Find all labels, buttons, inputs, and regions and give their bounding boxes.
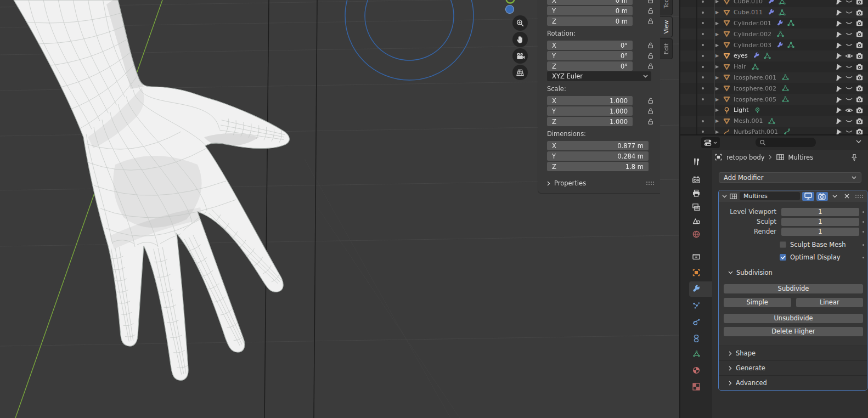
rotation-x-field[interactable]: X0°	[547, 41, 633, 50]
outliner-row[interactable]: ▶eyes	[680, 50, 868, 61]
object-name[interactable]: Light	[734, 106, 748, 114]
properties-tab-tool[interactable]	[680, 155, 712, 169]
object-name[interactable]: Icosphere.001	[734, 74, 776, 81]
eye-closed-icon[interactable]	[844, 9, 854, 16]
selectable-toggle-icon[interactable]	[833, 63, 844, 71]
padlock-open-icon[interactable]	[647, 118, 654, 125]
render-visibility-camera-icon[interactable]	[854, 41, 865, 49]
grid-view-button[interactable]	[512, 65, 528, 80]
padlock-open-icon[interactable]	[647, 97, 654, 104]
drag-grip-icon[interactable]	[646, 181, 655, 185]
padlock-open-icon[interactable]	[647, 63, 654, 70]
expand-arrow-icon[interactable]: ▶	[715, 43, 723, 48]
view-camera-button[interactable]	[512, 48, 528, 64]
render-visibility-camera-icon[interactable]	[854, 9, 865, 16]
padlock-open-icon[interactable]	[647, 0, 654, 4]
selectable-toggle-icon[interactable]	[833, 41, 844, 49]
dimensions-y-field[interactable]: Y0.284 m	[547, 151, 649, 161]
outliner-row[interactable]: ▶Cylinder.003	[680, 39, 868, 50]
padlock-open-icon[interactable]	[647, 42, 654, 49]
render-visibility-camera-icon[interactable]	[854, 0, 865, 5]
expand-arrow-icon[interactable]: ▶	[715, 10, 723, 15]
expand-arrow-icon[interactable]: ▶	[715, 118, 723, 123]
search-input[interactable]	[756, 138, 816, 147]
selectable-toggle-icon[interactable]	[833, 52, 844, 60]
outliner-row[interactable]: ▶Cube.011	[680, 7, 868, 18]
eye-closed-icon[interactable]	[844, 118, 854, 125]
expand-arrow-icon[interactable]: ▶	[715, 108, 723, 112]
eye-closed-icon[interactable]	[844, 74, 854, 81]
object-name[interactable]: Hair	[734, 63, 746, 70]
render-visibility-camera-icon[interactable]	[854, 30, 865, 38]
modifier-close-icon[interactable]	[842, 192, 852, 201]
properties-tab-material[interactable]	[680, 363, 712, 377]
rotation-z-field[interactable]: Z0°	[547, 61, 633, 71]
nav-axis-z-ball[interactable]	[506, 5, 514, 14]
render-field[interactable]: 1	[781, 228, 859, 236]
location-x-field[interactable]: X0 m	[547, 0, 633, 5]
padlock-open-icon[interactable]	[647, 108, 654, 115]
object-name[interactable]: Mesh.001	[734, 117, 763, 125]
outliner-row[interactable]: ▶Cylinder.002	[680, 29, 868, 39]
outliner-row[interactable]: ▶Mesh.001	[680, 116, 868, 127]
render-visibility-camera-icon[interactable]	[854, 106, 865, 114]
advanced-collapsed-panel[interactable]: Advanced	[719, 375, 867, 390]
subdivide-button[interactable]: Subdivide	[724, 284, 863, 293]
selectable-toggle-icon[interactable]	[833, 128, 844, 134]
padlock-open-icon[interactable]	[647, 52, 654, 59]
modifier-name-field[interactable]: Multires	[740, 192, 800, 200]
padlock-open-icon[interactable]	[647, 7, 654, 14]
breadcrumb-object-name[interactable]: retopo body	[726, 154, 765, 161]
outliner-row[interactable]: ▶Icosphere.005	[680, 94, 868, 105]
properties-tab-world[interactable]	[680, 227, 712, 241]
selectable-toggle-icon[interactable]	[833, 19, 844, 27]
properties-tab-modifiers[interactable]	[680, 282, 712, 296]
pan-hand-button[interactable]	[512, 32, 528, 47]
object-name[interactable]: Cylinder.003	[734, 42, 771, 49]
expand-arrow-icon[interactable]: ▶	[715, 21, 723, 26]
eye-closed-icon[interactable]	[844, 20, 854, 26]
outliner-row[interactable]: ▶Cube.010	[680, 0, 868, 7]
drag-grip-icon[interactable]	[855, 194, 864, 199]
zoom-in-button[interactable]	[512, 15, 528, 31]
properties-tab-constraints[interactable]	[680, 331, 712, 346]
breadcrumb-item-name[interactable]: Multires	[788, 154, 814, 161]
dimensions-z-field[interactable]: Z1.8 m	[547, 162, 649, 171]
sidebar-tab-edit[interactable]: Edit	[660, 38, 673, 59]
object-name[interactable]: eyes	[734, 52, 748, 59]
rotation-y-field[interactable]: Y0°	[547, 51, 633, 60]
outliner-row[interactable]: ▶NurbsPath.001	[680, 127, 868, 134]
location-z-field[interactable]: Z0 m	[547, 16, 633, 26]
modifier-render-toggle[interactable]	[816, 192, 828, 201]
properties-tab-output[interactable]	[680, 186, 712, 200]
selectable-toggle-icon[interactable]	[833, 0, 844, 5]
object-name[interactable]: Cube.010	[734, 0, 763, 5]
decorator-dot[interactable]	[863, 257, 864, 258]
selectable-toggle-icon[interactable]	[833, 95, 844, 104]
rotation-mode-dropdown[interactable]: XYZ Euler	[547, 71, 651, 81]
properties-tab-object-data[interactable]	[680, 347, 712, 361]
render-visibility-camera-icon[interactable]	[854, 117, 865, 125]
properties-tab-physics[interactable]	[680, 315, 712, 329]
properties-tab-object[interactable]	[680, 266, 712, 280]
properties-tab-render[interactable]	[680, 172, 712, 187]
decorator-dot[interactable]	[863, 231, 864, 233]
eye-closed-icon[interactable]	[844, 96, 854, 103]
sculpt-base-mesh-checkbox[interactable]	[780, 241, 786, 248]
eye-closed-icon[interactable]	[844, 42, 854, 48]
selectable-toggle-icon[interactable]	[833, 84, 844, 93]
expand-arrow-icon[interactable]: ▶	[715, 0, 723, 4]
properties-tab-scene[interactable]	[680, 213, 712, 228]
scale-x-field[interactable]: X1.000	[547, 96, 633, 105]
subdivision-section-header[interactable]: Subdivision	[728, 269, 867, 276]
eye-closed-icon[interactable]	[844, 64, 854, 70]
shape-collapsed-panel[interactable]: Shape	[719, 346, 867, 360]
sidebar-tab-tool[interactable]: Tool	[660, 0, 673, 15]
eye-closed-icon[interactable]	[844, 31, 854, 37]
dimensions-x-field[interactable]: X0.877 m	[547, 141, 649, 150]
eye-closed-icon[interactable]	[844, 0, 854, 5]
padlock-open-icon[interactable]	[647, 18, 654, 25]
object-icon[interactable]	[714, 153, 723, 161]
unsubdivide-button[interactable]: Unsubdivide	[724, 314, 863, 323]
render-visibility-camera-icon[interactable]	[854, 95, 865, 103]
